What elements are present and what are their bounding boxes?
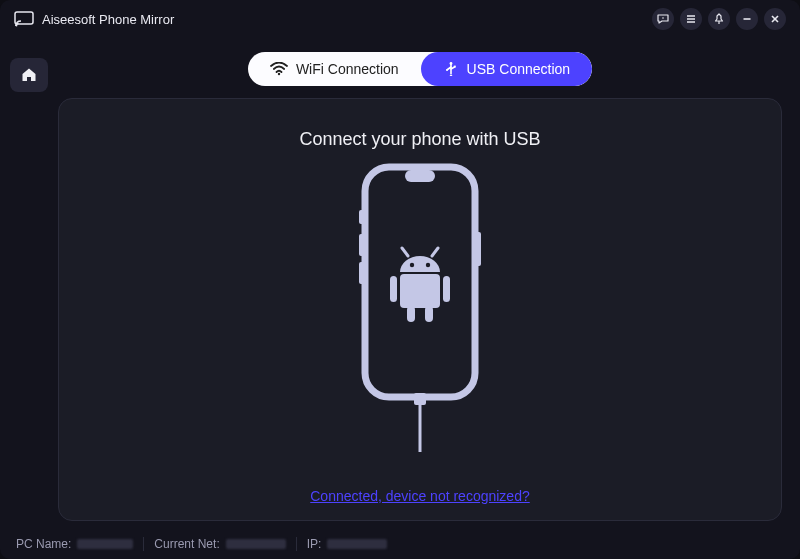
svg-line-21 [432, 248, 438, 256]
menu-button[interactable] [680, 8, 702, 30]
instruction-text: Connect your phone with USB [299, 129, 540, 150]
current-net-value [226, 539, 286, 549]
svg-point-22 [410, 263, 414, 267]
svg-rect-28 [425, 306, 433, 322]
svg-point-23 [426, 263, 430, 267]
titlebar: Aiseesoft Phone Mirror [0, 0, 800, 38]
minimize-button[interactable] [736, 8, 758, 30]
pc-name-value [77, 539, 133, 549]
svg-rect-18 [359, 262, 364, 284]
tab-wifi-connection[interactable]: WiFi Connection [248, 52, 421, 86]
current-net-label: Current Net: [154, 537, 219, 551]
svg-point-9 [278, 73, 280, 75]
ip-value [327, 539, 387, 549]
close-button[interactable] [764, 8, 786, 30]
app-window: Aiseesoft Phone Mirror [0, 0, 800, 559]
cast-icon [14, 11, 34, 27]
svg-rect-16 [359, 210, 364, 224]
feedback-button[interactable] [652, 8, 674, 30]
content-card: Connect your phone with USB [58, 98, 782, 521]
svg-rect-27 [407, 306, 415, 322]
svg-rect-26 [443, 276, 450, 302]
svg-rect-25 [390, 276, 397, 302]
svg-point-12 [445, 69, 447, 71]
sidebar [0, 38, 58, 529]
svg-rect-19 [476, 232, 481, 266]
tab-usb-connection[interactable]: USB Connection [421, 52, 593, 86]
svg-point-1 [16, 25, 18, 27]
main-area: WiFi Connection USB Connection [58, 38, 800, 529]
svg-rect-24 [400, 274, 440, 308]
device-not-recognized-link[interactable]: Connected, device not recognized? [310, 488, 529, 504]
home-button[interactable] [10, 58, 48, 92]
svg-rect-29 [414, 393, 426, 405]
ip-label: IP: [307, 537, 322, 551]
usb-icon [443, 61, 459, 77]
home-icon [20, 66, 38, 84]
connection-tabs: WiFi Connection USB Connection [58, 38, 782, 98]
pin-button[interactable] [708, 8, 730, 30]
svg-rect-17 [359, 234, 364, 256]
pc-name-label: PC Name: [16, 537, 71, 551]
svg-rect-15 [405, 170, 435, 182]
tab-usb-label: USB Connection [467, 61, 571, 77]
wifi-icon [270, 62, 288, 76]
svg-rect-13 [453, 66, 455, 68]
tab-wifi-label: WiFi Connection [296, 61, 399, 77]
svg-point-2 [662, 17, 664, 19]
status-bar: PC Name: Current Net: IP: [0, 529, 800, 559]
phone-illustration [69, 162, 771, 482]
svg-line-20 [402, 248, 408, 256]
app-title: Aiseesoft Phone Mirror [42, 12, 174, 27]
